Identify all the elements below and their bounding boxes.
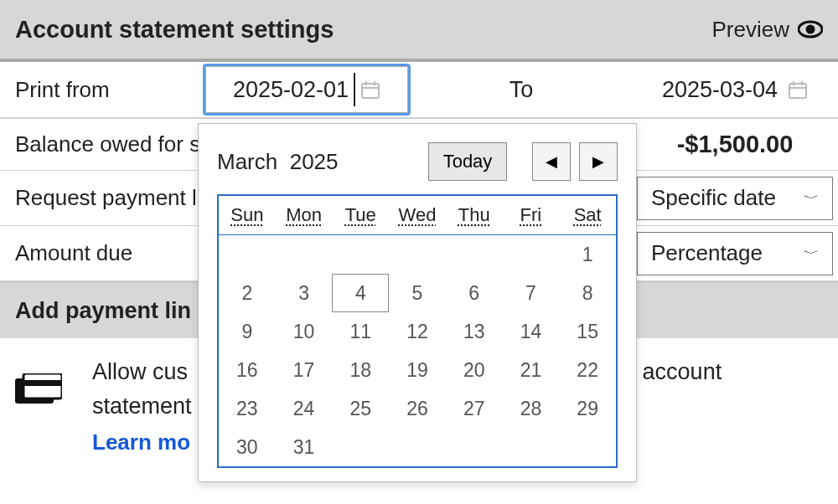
print-from-label: Print from	[0, 77, 203, 103]
calendar-day[interactable]: 22	[559, 351, 616, 389]
calendar-day[interactable]: 21	[503, 351, 560, 389]
calendar-day[interactable]: 31	[276, 428, 333, 466]
calendar-day[interactable]: 6	[446, 274, 503, 312]
calendar-day[interactable]: 29	[559, 389, 616, 428]
day-header: Wed	[389, 196, 446, 234]
date-picker-popup: March 2025 Today ◀ ▶ SunMonTueWedThuFriS…	[198, 123, 637, 482]
request-payment-value: Specific date	[651, 185, 776, 211]
calendar-day[interactable]: 2	[219, 274, 276, 312]
calendar-day[interactable]: 9	[219, 312, 276, 351]
calendar-day[interactable]: 27	[446, 389, 503, 428]
learn-more-link[interactable]: Learn mo	[92, 429, 190, 455]
svg-rect-6	[789, 84, 806, 98]
calendar-empty-cell	[276, 235, 333, 274]
calendar-day[interactable]: 30	[219, 428, 276, 466]
calendar-day[interactable]: 15	[559, 312, 616, 351]
day-header: Sun	[219, 196, 276, 234]
calendar-empty-cell	[219, 235, 276, 274]
calendar-day[interactable]: 11	[332, 312, 389, 351]
amount-due-label: Amount due	[0, 240, 132, 266]
calendar-day[interactable]: 4	[332, 274, 389, 312]
svg-rect-2	[362, 84, 379, 98]
calendar-day[interactable]: 3	[276, 274, 333, 312]
day-header: Tue	[332, 196, 389, 234]
calendar-day[interactable]: 14	[503, 312, 560, 351]
eye-icon	[798, 20, 823, 39]
calendar-day[interactable]: 12	[389, 312, 446, 351]
calendar-day[interactable]: 26	[389, 389, 446, 428]
calendar-day[interactable]: 5	[389, 274, 446, 312]
calendar-day[interactable]: 13	[446, 312, 503, 351]
picker-year-label: 2025	[290, 149, 339, 174]
calendar-day[interactable]: 20	[446, 351, 503, 389]
request-payment-select[interactable]: Specific date ﹀	[637, 177, 833, 220]
calendar-day[interactable]: 8	[559, 274, 616, 312]
amount-due-value: Percentage	[651, 240, 763, 266]
print-to-date-input[interactable]: 2025-03-04	[632, 64, 838, 116]
calendar-day[interactable]: 7	[503, 274, 560, 312]
page-title: Account statement settings	[15, 16, 334, 44]
print-from-date-input[interactable]: 2025-02-01	[203, 64, 411, 116]
calendar-empty-cell	[446, 235, 503, 274]
triangle-left-icon: ◀	[546, 152, 557, 171]
chevron-down-icon: ﹀	[804, 191, 819, 205]
to-label: To	[411, 77, 632, 103]
svg-point-1	[806, 25, 815, 34]
next-month-button[interactable]: ▶	[579, 142, 618, 181]
calendar-day[interactable]: 16	[219, 351, 276, 389]
calendar-day[interactable]: 28	[503, 389, 560, 428]
calendar-empty-cell	[503, 235, 560, 274]
day-header: Mon	[276, 196, 333, 234]
preview-button[interactable]: Preview	[712, 17, 823, 43]
calendar-day[interactable]: 25	[332, 389, 389, 428]
preview-label: Preview	[712, 17, 789, 43]
calendar-empty-cell	[389, 235, 446, 274]
calendar-empty-cell	[332, 235, 389, 274]
day-header: Thu	[446, 196, 503, 234]
calendar-icon	[788, 80, 808, 100]
day-header: Sat	[559, 196, 616, 234]
balance-owed-value: -$1,500.00	[632, 131, 838, 158]
request-payment-label: Request payment l	[0, 185, 197, 211]
calendar-day[interactable]: 18	[332, 351, 389, 389]
calendar-day[interactable]: 24	[276, 389, 333, 428]
prev-month-button[interactable]: ◀	[532, 142, 571, 181]
calendar-day[interactable]: 17	[276, 351, 333, 389]
svg-rect-12	[23, 380, 62, 386]
text-cursor	[354, 73, 355, 106]
amount-due-select[interactable]: Percentage ﹀	[637, 232, 833, 275]
day-header: Fri	[503, 196, 560, 234]
credit-card-icon	[15, 373, 62, 410]
balance-owed-label: Balance owed for s	[0, 131, 200, 157]
calendar-day[interactable]: 19	[389, 351, 446, 389]
calendar-day[interactable]: 1	[559, 235, 616, 274]
print-from-date-value: 2025-02-01	[233, 77, 349, 103]
triangle-right-icon: ▶	[592, 152, 604, 171]
chevron-down-icon: ﹀	[804, 246, 819, 260]
calendar-icon	[360, 80, 380, 100]
calendar-day[interactable]: 10	[276, 312, 333, 351]
today-button[interactable]: Today	[428, 142, 507, 181]
picker-month-label: March	[217, 149, 277, 174]
add-payment-link-title: Add payment lin	[0, 298, 191, 324]
body-text-line1-left: Allow cus	[92, 359, 188, 384]
calendar-day[interactable]: 23	[219, 389, 276, 428]
print-to-date-value: 2025-03-04	[662, 77, 778, 103]
